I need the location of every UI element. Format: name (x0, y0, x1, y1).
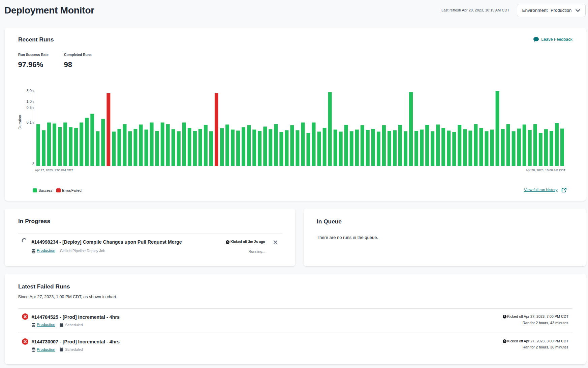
svg-text:Apr 27, 2023, 1:00 PM CDT: Apr 27, 2023, 1:00 PM CDT (35, 168, 73, 172)
svg-text:1.0h: 1.0h (27, 99, 34, 103)
svg-text:Apr 28, 2023, 10:00 AM CDT: Apr 28, 2023, 10:00 AM CDT (526, 168, 565, 172)
svg-text:0: 0 (32, 161, 34, 165)
svg-text:3.0h: 3.0h (27, 89, 34, 93)
svg-text:0.1h: 0.1h (27, 120, 34, 124)
svg-text:Duration: Duration (18, 115, 22, 129)
svg-text:0.5h: 0.5h (27, 105, 34, 110)
